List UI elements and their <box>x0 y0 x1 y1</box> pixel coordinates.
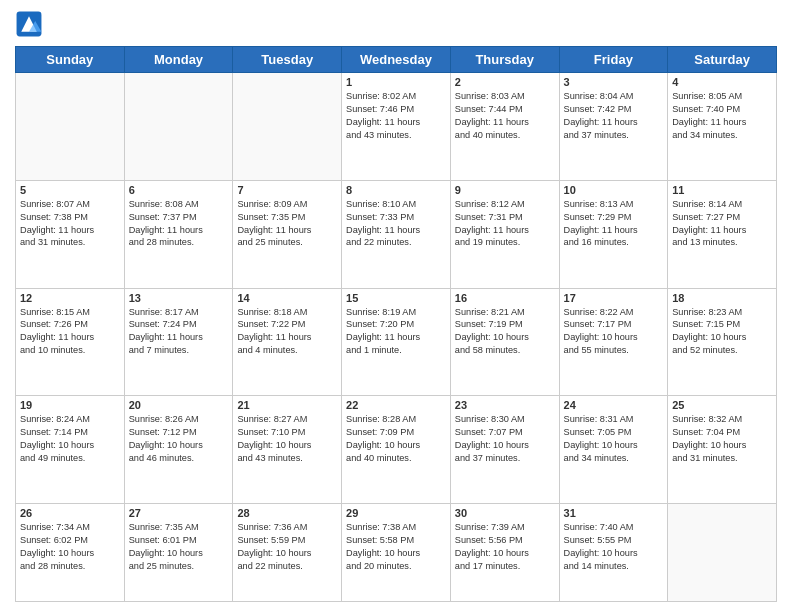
day-number: 18 <box>672 292 772 304</box>
day-info: Sunrise: 8:22 AM Sunset: 7:17 PM Dayligh… <box>564 306 664 358</box>
day-number: 30 <box>455 507 555 519</box>
weekday-header-thursday: Thursday <box>450 47 559 73</box>
calendar-day-cell: 12Sunrise: 8:15 AM Sunset: 7:26 PM Dayli… <box>16 288 125 396</box>
day-number: 7 <box>237 184 337 196</box>
day-number: 26 <box>20 507 120 519</box>
day-number: 3 <box>564 76 664 88</box>
day-number: 6 <box>129 184 229 196</box>
calendar-day-cell: 2Sunrise: 8:03 AM Sunset: 7:44 PM Daylig… <box>450 73 559 181</box>
day-number: 12 <box>20 292 120 304</box>
logo-icon <box>15 10 43 38</box>
day-info: Sunrise: 7:39 AM Sunset: 5:56 PM Dayligh… <box>455 521 555 573</box>
day-info: Sunrise: 8:28 AM Sunset: 7:09 PM Dayligh… <box>346 413 446 465</box>
calendar-day-cell: 22Sunrise: 8:28 AM Sunset: 7:09 PM Dayli… <box>342 396 451 504</box>
calendar-day-cell <box>124 73 233 181</box>
day-info: Sunrise: 8:15 AM Sunset: 7:26 PM Dayligh… <box>20 306 120 358</box>
day-info: Sunrise: 8:24 AM Sunset: 7:14 PM Dayligh… <box>20 413 120 465</box>
day-number: 16 <box>455 292 555 304</box>
day-info: Sunrise: 8:02 AM Sunset: 7:46 PM Dayligh… <box>346 90 446 142</box>
calendar-day-cell: 30Sunrise: 7:39 AM Sunset: 5:56 PM Dayli… <box>450 504 559 602</box>
day-number: 27 <box>129 507 229 519</box>
day-number: 21 <box>237 399 337 411</box>
calendar-day-cell: 6Sunrise: 8:08 AM Sunset: 7:37 PM Daylig… <box>124 180 233 288</box>
calendar-day-cell: 31Sunrise: 7:40 AM Sunset: 5:55 PM Dayli… <box>559 504 668 602</box>
weekday-header-friday: Friday <box>559 47 668 73</box>
day-info: Sunrise: 7:34 AM Sunset: 6:02 PM Dayligh… <box>20 521 120 573</box>
calendar-day-cell: 18Sunrise: 8:23 AM Sunset: 7:15 PM Dayli… <box>668 288 777 396</box>
day-info: Sunrise: 8:23 AM Sunset: 7:15 PM Dayligh… <box>672 306 772 358</box>
day-number: 31 <box>564 507 664 519</box>
day-number: 10 <box>564 184 664 196</box>
day-info: Sunrise: 8:14 AM Sunset: 7:27 PM Dayligh… <box>672 198 772 250</box>
calendar-day-cell: 17Sunrise: 8:22 AM Sunset: 7:17 PM Dayli… <box>559 288 668 396</box>
day-info: Sunrise: 8:26 AM Sunset: 7:12 PM Dayligh… <box>129 413 229 465</box>
calendar-day-cell: 26Sunrise: 7:34 AM Sunset: 6:02 PM Dayli… <box>16 504 125 602</box>
day-info: Sunrise: 8:07 AM Sunset: 7:38 PM Dayligh… <box>20 198 120 250</box>
calendar-day-cell: 3Sunrise: 8:04 AM Sunset: 7:42 PM Daylig… <box>559 73 668 181</box>
calendar-week-4: 19Sunrise: 8:24 AM Sunset: 7:14 PM Dayli… <box>16 396 777 504</box>
calendar-day-cell: 23Sunrise: 8:30 AM Sunset: 7:07 PM Dayli… <box>450 396 559 504</box>
calendar-day-cell: 1Sunrise: 8:02 AM Sunset: 7:46 PM Daylig… <box>342 73 451 181</box>
calendar-day-cell: 15Sunrise: 8:19 AM Sunset: 7:20 PM Dayli… <box>342 288 451 396</box>
day-info: Sunrise: 8:13 AM Sunset: 7:29 PM Dayligh… <box>564 198 664 250</box>
day-number: 24 <box>564 399 664 411</box>
day-info: Sunrise: 8:04 AM Sunset: 7:42 PM Dayligh… <box>564 90 664 142</box>
day-info: Sunrise: 8:17 AM Sunset: 7:24 PM Dayligh… <box>129 306 229 358</box>
day-number: 5 <box>20 184 120 196</box>
calendar-day-cell: 5Sunrise: 8:07 AM Sunset: 7:38 PM Daylig… <box>16 180 125 288</box>
calendar-week-1: 1Sunrise: 8:02 AM Sunset: 7:46 PM Daylig… <box>16 73 777 181</box>
page-header <box>15 10 777 38</box>
calendar-day-cell: 7Sunrise: 8:09 AM Sunset: 7:35 PM Daylig… <box>233 180 342 288</box>
calendar-day-cell: 10Sunrise: 8:13 AM Sunset: 7:29 PM Dayli… <box>559 180 668 288</box>
day-info: Sunrise: 8:12 AM Sunset: 7:31 PM Dayligh… <box>455 198 555 250</box>
day-info: Sunrise: 8:27 AM Sunset: 7:10 PM Dayligh… <box>237 413 337 465</box>
calendar-day-cell <box>668 504 777 602</box>
day-number: 8 <box>346 184 446 196</box>
day-info: Sunrise: 8:21 AM Sunset: 7:19 PM Dayligh… <box>455 306 555 358</box>
calendar-table: SundayMondayTuesdayWednesdayThursdayFrid… <box>15 46 777 602</box>
day-info: Sunrise: 8:05 AM Sunset: 7:40 PM Dayligh… <box>672 90 772 142</box>
day-number: 28 <box>237 507 337 519</box>
day-info: Sunrise: 7:40 AM Sunset: 5:55 PM Dayligh… <box>564 521 664 573</box>
day-info: Sunrise: 8:30 AM Sunset: 7:07 PM Dayligh… <box>455 413 555 465</box>
calendar-week-3: 12Sunrise: 8:15 AM Sunset: 7:26 PM Dayli… <box>16 288 777 396</box>
day-info: Sunrise: 8:31 AM Sunset: 7:05 PM Dayligh… <box>564 413 664 465</box>
calendar-day-cell: 8Sunrise: 8:10 AM Sunset: 7:33 PM Daylig… <box>342 180 451 288</box>
calendar-day-cell: 27Sunrise: 7:35 AM Sunset: 6:01 PM Dayli… <box>124 504 233 602</box>
calendar-day-cell: 4Sunrise: 8:05 AM Sunset: 7:40 PM Daylig… <box>668 73 777 181</box>
day-number: 4 <box>672 76 772 88</box>
calendar-day-cell: 29Sunrise: 7:38 AM Sunset: 5:58 PM Dayli… <box>342 504 451 602</box>
day-info: Sunrise: 8:10 AM Sunset: 7:33 PM Dayligh… <box>346 198 446 250</box>
calendar-day-cell: 19Sunrise: 8:24 AM Sunset: 7:14 PM Dayli… <box>16 396 125 504</box>
calendar-day-cell: 21Sunrise: 8:27 AM Sunset: 7:10 PM Dayli… <box>233 396 342 504</box>
day-info: Sunrise: 8:19 AM Sunset: 7:20 PM Dayligh… <box>346 306 446 358</box>
weekday-header-sunday: Sunday <box>16 47 125 73</box>
weekday-header-tuesday: Tuesday <box>233 47 342 73</box>
day-info: Sunrise: 8:09 AM Sunset: 7:35 PM Dayligh… <box>237 198 337 250</box>
day-info: Sunrise: 7:35 AM Sunset: 6:01 PM Dayligh… <box>129 521 229 573</box>
weekday-header-monday: Monday <box>124 47 233 73</box>
day-number: 29 <box>346 507 446 519</box>
calendar-week-5: 26Sunrise: 7:34 AM Sunset: 6:02 PM Dayli… <box>16 504 777 602</box>
day-number: 13 <box>129 292 229 304</box>
day-number: 2 <box>455 76 555 88</box>
day-number: 25 <box>672 399 772 411</box>
calendar-day-cell: 20Sunrise: 8:26 AM Sunset: 7:12 PM Dayli… <box>124 396 233 504</box>
day-number: 9 <box>455 184 555 196</box>
day-info: Sunrise: 7:36 AM Sunset: 5:59 PM Dayligh… <box>237 521 337 573</box>
calendar-day-cell: 9Sunrise: 8:12 AM Sunset: 7:31 PM Daylig… <box>450 180 559 288</box>
day-info: Sunrise: 8:18 AM Sunset: 7:22 PM Dayligh… <box>237 306 337 358</box>
day-number: 19 <box>20 399 120 411</box>
logo <box>15 10 47 38</box>
day-number: 22 <box>346 399 446 411</box>
day-info: Sunrise: 8:32 AM Sunset: 7:04 PM Dayligh… <box>672 413 772 465</box>
weekday-header-saturday: Saturday <box>668 47 777 73</box>
day-number: 14 <box>237 292 337 304</box>
day-number: 23 <box>455 399 555 411</box>
calendar-day-cell <box>233 73 342 181</box>
calendar-day-cell: 28Sunrise: 7:36 AM Sunset: 5:59 PM Dayli… <box>233 504 342 602</box>
day-number: 11 <box>672 184 772 196</box>
calendar-day-cell: 13Sunrise: 8:17 AM Sunset: 7:24 PM Dayli… <box>124 288 233 396</box>
day-number: 20 <box>129 399 229 411</box>
calendar-day-cell: 16Sunrise: 8:21 AM Sunset: 7:19 PM Dayli… <box>450 288 559 396</box>
